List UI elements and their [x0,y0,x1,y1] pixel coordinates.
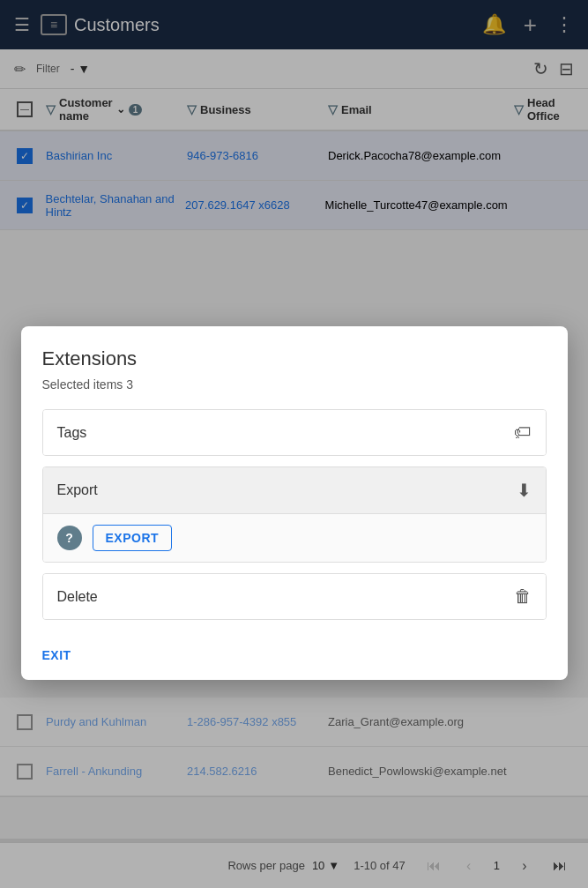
modal-subtitle: Selected items 3 [42,377,547,392]
delete-section: Delete 🗑 [42,573,547,620]
export-button[interactable]: EXPORT [93,525,173,551]
tags-section: Tags 🏷 [42,409,547,456]
export-section-body: ? EXPORT [43,513,546,562]
modal-title: Extensions [42,347,547,370]
tags-section-header[interactable]: Tags 🏷 [43,410,546,455]
export-help-icon[interactable]: ? [57,526,82,550]
export-section-title: Export [57,482,98,498]
export-download-icon: ⬇ [517,480,532,501]
extensions-modal: Extensions Selected items 3 Tags 🏷 Expor… [21,326,568,680]
export-section-header[interactable]: Export ⬇ [43,467,546,513]
exit-button[interactable]: EXIT [42,645,71,666]
delete-section-title: Delete [57,589,98,605]
tags-section-title: Tags [57,425,87,441]
modal-overlay: Extensions Selected items 3 Tags 🏷 Expor… [0,0,588,888]
export-section: Export ⬇ ? EXPORT [42,466,547,563]
tag-icon: 🏷 [514,422,532,443]
delete-trash-icon: 🗑 [514,586,532,607]
help-icon-label: ? [65,531,73,545]
delete-section-header[interactable]: Delete 🗑 [43,574,546,619]
